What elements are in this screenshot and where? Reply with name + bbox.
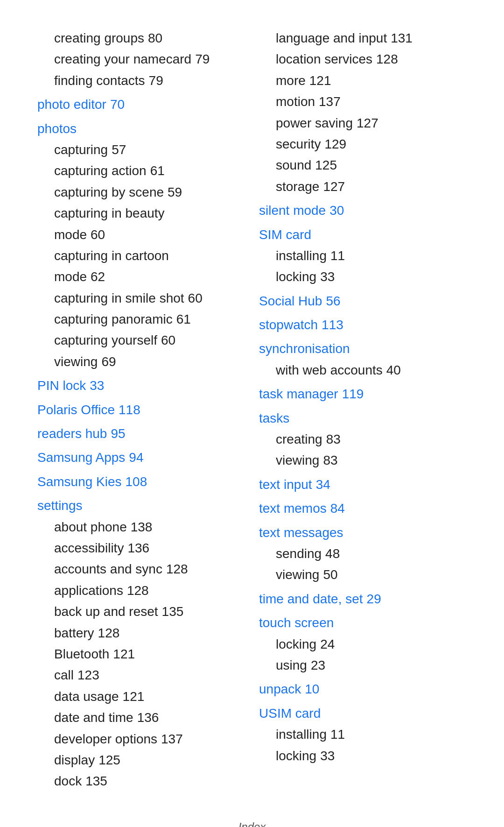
page-number: 11 (330, 727, 345, 742)
entry-link[interactable]: readers hub95 (37, 426, 126, 441)
sub-entry: back up and reset135 (37, 601, 245, 622)
index-entry: Polaris Office118 (37, 400, 245, 420)
entry-link[interactable]: stopwatch113 (259, 318, 343, 332)
index-entry: PIN lock33 (37, 375, 245, 396)
page-number: 121 (309, 73, 331, 88)
page-number: 69 (101, 354, 116, 369)
entry-link[interactable]: silent mode30 (259, 203, 344, 218)
page-number: 33 (320, 749, 335, 763)
page-number: 128 (376, 52, 398, 66)
sub-entry: applications128 (37, 580, 245, 601)
sub-entry: capturing by scene59 (37, 182, 245, 202)
index-entry: Samsung Apps94 (37, 447, 245, 467)
sub-entry: developer options137 (37, 729, 245, 749)
entry-link[interactable]: settings (37, 498, 83, 513)
page-number: 128 (127, 583, 149, 598)
right-column: language and input131location services12… (259, 28, 467, 792)
entry-link[interactable]: Social Hub56 (259, 294, 341, 308)
entry-link[interactable]: PIN lock33 (37, 378, 104, 393)
page-number: 60 (91, 227, 105, 242)
page-number: 10 (305, 682, 319, 696)
index-entry: touch screen (259, 613, 467, 633)
entry-link[interactable]: photo editor70 (37, 97, 125, 112)
page-number: 108 (126, 474, 147, 489)
columns-wrapper: creating groups80creating your namecard7… (37, 28, 467, 792)
page-number: 59 (168, 185, 182, 199)
page-number: 33 (90, 378, 104, 393)
entry-link[interactable]: text memos84 (259, 501, 345, 516)
page-number: 79 (149, 73, 163, 88)
sub-entry: capturing in beauty (37, 203, 245, 223)
entry-link[interactable]: Samsung Kies108 (37, 474, 147, 489)
entry-link[interactable]: text input34 (259, 477, 330, 492)
page-number: 40 (386, 363, 401, 377)
page-number: 30 (329, 203, 344, 218)
page-number: 56 (326, 294, 340, 308)
index-entry: text memos84 (259, 498, 467, 518)
index-entry: task manager119 (259, 384, 467, 404)
sub-entry: creating83 (259, 429, 467, 449)
page-number: 84 (330, 501, 345, 516)
sub-entry: dock135 (37, 771, 245, 791)
page-number: 94 (129, 450, 143, 465)
sub-entry: using23 (259, 655, 467, 675)
page-number: 61 (150, 163, 165, 178)
index-entry: Social Hub56 (259, 291, 467, 311)
index-entry: tasks (259, 408, 467, 428)
page-number: 121 (123, 689, 145, 704)
entry-link[interactable]: tasks (259, 411, 289, 425)
entry-link[interactable]: USIM card (259, 706, 321, 721)
page-number: 136 (127, 541, 149, 555)
sub-entry: location services128 (259, 49, 467, 69)
index-entry: photos (37, 119, 245, 139)
page-number: 128 (98, 626, 120, 640)
page-number: 135 (85, 774, 107, 788)
index-entry: Samsung Kies108 (37, 472, 245, 492)
index-entry: text messages (259, 523, 467, 543)
page-number: 24 (320, 637, 335, 651)
sub-entry: sending48 (259, 544, 467, 564)
sub-entry: creating groups80 (37, 28, 245, 48)
entry-link[interactable]: text messages (259, 525, 343, 540)
entry-link[interactable]: Samsung Apps94 (37, 450, 144, 465)
sub-entry: battery128 (37, 623, 245, 643)
page-number: 48 (325, 546, 340, 561)
page-number: 33 (320, 269, 335, 284)
left-column: creating groups80creating your namecard7… (37, 28, 259, 792)
entry-link[interactable]: synchronisation (259, 341, 350, 356)
sub-entry: power saving127 (259, 113, 467, 133)
sub-entry: capturing in smile shot60 (37, 288, 245, 308)
index-entry: stopwatch113 (259, 315, 467, 335)
index-entry: unpack10 (259, 679, 467, 699)
page-number: 57 (112, 142, 126, 157)
page-number: 138 (131, 520, 153, 534)
footer: Index 157 (37, 811, 467, 827)
page-container: creating groups80creating your namecard7… (0, 0, 504, 827)
entry-link[interactable]: unpack10 (259, 682, 319, 696)
page-number: 29 (367, 592, 381, 606)
entry-link[interactable]: touch screen (259, 615, 334, 630)
sub-entry: accessibility136 (37, 538, 245, 558)
entry-link[interactable]: photos (37, 121, 77, 136)
entry-link[interactable]: Polaris Office118 (37, 403, 140, 417)
page-number: 50 (323, 567, 337, 582)
page-number: 131 (391, 31, 413, 45)
page-number: 121 (113, 647, 135, 661)
entry-link[interactable]: task manager119 (259, 387, 364, 401)
entry-link[interactable]: SIM card (259, 227, 311, 242)
page-number: 136 (137, 710, 159, 725)
page-number: 34 (316, 477, 330, 492)
sub-entry: Bluetooth121 (37, 644, 245, 664)
page-number: 60 (161, 333, 175, 347)
page-number: 128 (166, 562, 188, 576)
page-number: 61 (176, 312, 191, 326)
page-number: 123 (77, 668, 99, 682)
entry-link[interactable]: time and date, set29 (259, 592, 381, 606)
page-number: 137 (161, 732, 183, 746)
page-number: 83 (323, 453, 337, 467)
sub-entry: locking24 (259, 634, 467, 654)
index-entry: text input34 (259, 474, 467, 495)
sub-entry: viewing69 (37, 352, 245, 372)
sub-entry: viewing50 (259, 565, 467, 585)
page-number: 135 (162, 604, 184, 619)
